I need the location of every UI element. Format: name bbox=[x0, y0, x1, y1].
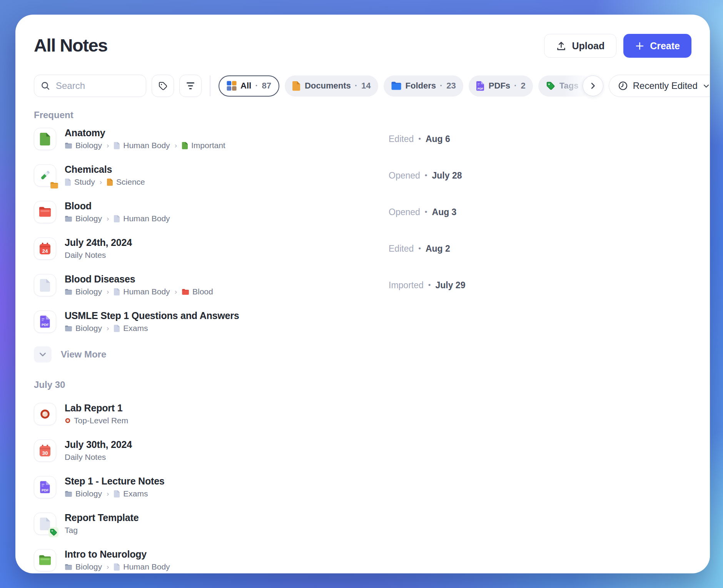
document-light-icon bbox=[114, 288, 120, 296]
filter-chip-documents[interactable]: Documents · 14 bbox=[285, 75, 378, 97]
upload-button-label: Upload bbox=[572, 40, 604, 52]
note-icon-tile bbox=[34, 513, 56, 535]
filter-chip-all[interactable]: All · 87 bbox=[219, 75, 279, 97]
list-item[interactable]: Intro to Neurology Biology › Human Body bbox=[34, 542, 691, 573]
test-tube-icon bbox=[38, 169, 52, 182]
svg-text:PDF: PDF bbox=[42, 323, 49, 327]
view-more-button[interactable]: View More bbox=[34, 340, 691, 369]
chevron-down-icon bbox=[34, 346, 52, 362]
chip-count: 2 bbox=[521, 81, 525, 91]
note-icon-tile bbox=[34, 274, 56, 296]
breadcrumb-item: Biology bbox=[65, 287, 102, 296]
note-text: July 30th, 2024 Daily Notes bbox=[65, 439, 132, 462]
breadcrumb-item: Biology bbox=[65, 214, 102, 223]
note-title: Chemicals bbox=[65, 164, 145, 175]
note-icon-tile bbox=[34, 164, 56, 187]
note-subtitle: Daily Notes bbox=[65, 251, 132, 260]
upload-icon bbox=[556, 41, 566, 51]
note-icon-tile: PDF bbox=[34, 476, 56, 498]
tag-filter-button[interactable] bbox=[152, 75, 174, 97]
breadcrumb-item: Exams bbox=[114, 489, 148, 498]
chip-count: 14 bbox=[361, 81, 371, 91]
chips-scroll-right-button[interactable] bbox=[583, 75, 603, 96]
document-light-icon bbox=[114, 325, 120, 332]
list-item[interactable]: 30 July 30th, 2024 Daily Notes bbox=[34, 432, 691, 469]
note-text: July 24th, 2024 Daily Notes bbox=[65, 237, 132, 260]
chip-label: All bbox=[240, 81, 251, 91]
create-button[interactable]: Create bbox=[623, 34, 691, 58]
breadcrumb-item: Human Body bbox=[114, 287, 170, 296]
breadcrumb-item: Science bbox=[107, 177, 145, 187]
list-item[interactable]: Chemicals Study › Science Opened • July … bbox=[34, 157, 691, 194]
calendar-icon: 30 bbox=[39, 444, 51, 457]
breadcrumb-separator: › bbox=[106, 214, 110, 223]
breadcrumb-separator: › bbox=[106, 287, 110, 296]
search-icon bbox=[40, 81, 50, 91]
document-light-icon bbox=[114, 490, 120, 498]
search-box[interactable] bbox=[34, 75, 146, 97]
upload-button[interactable]: Upload bbox=[544, 34, 616, 58]
note-title: Anatomy bbox=[65, 127, 225, 138]
note-icon-tile: PDF bbox=[34, 311, 56, 333]
chip-count-separator: · bbox=[440, 81, 442, 91]
svg-text:24: 24 bbox=[42, 248, 48, 254]
document-light-icon bbox=[114, 215, 120, 222]
breadcrumb-item: Study bbox=[65, 177, 95, 187]
toolbar: All · 87 Documents · 14 Folders · 23 PDF… bbox=[34, 74, 691, 97]
chevron-down-icon bbox=[703, 82, 710, 90]
note-title: Blood bbox=[65, 200, 170, 211]
breadcrumb: Biology › Exams bbox=[65, 489, 165, 498]
list-item[interactable]: Report Template Tag bbox=[34, 505, 691, 542]
breadcrumb-separator: › bbox=[174, 287, 178, 296]
breadcrumb: Biology › Human Body bbox=[65, 562, 170, 571]
note-subtitle: Daily Notes bbox=[65, 453, 132, 462]
filter-lines-icon bbox=[185, 81, 195, 91]
breadcrumb: Biology › Exams bbox=[65, 324, 239, 333]
list-item[interactable]: Anatomy Biology › Human Body › Important… bbox=[34, 120, 691, 157]
meta-separator: • bbox=[418, 244, 421, 253]
note-title: Intro to Neurology bbox=[65, 549, 170, 560]
list-item[interactable]: PDF USMLE Step 1 Questions and Answers B… bbox=[34, 303, 691, 340]
filter-button[interactable] bbox=[179, 75, 202, 97]
breadcrumb-item: Exams bbox=[114, 324, 148, 333]
folder-orange-icon bbox=[50, 182, 58, 189]
chip-label: Folders bbox=[406, 81, 436, 91]
document-icon bbox=[292, 81, 301, 91]
list-item[interactable]: 24 July 24th, 2024 Daily Notes Edited • … bbox=[34, 230, 691, 267]
section-heading-frequent: Frequent bbox=[34, 110, 691, 120]
chip-count-separator: · bbox=[255, 81, 258, 91]
note-title: Blood Diseases bbox=[65, 274, 213, 284]
note-icon-tile bbox=[34, 128, 56, 150]
tag-icon bbox=[546, 81, 556, 91]
note-text: Chemicals Study › Science bbox=[65, 164, 145, 187]
sort-dropdown[interactable]: Recently Edited bbox=[609, 75, 710, 97]
calendar-icon: 24 bbox=[39, 242, 51, 255]
document-orange-icon bbox=[107, 179, 113, 186]
create-button-label: Create bbox=[650, 40, 680, 52]
search-input[interactable] bbox=[55, 80, 140, 92]
pdf-icon: PDF bbox=[476, 81, 485, 91]
breadcrumb-item: Important bbox=[182, 141, 225, 150]
note-subtitle: Top-Level Rem bbox=[65, 416, 128, 425]
list-item[interactable]: Blood Diseases Biology › Human Body › Bl… bbox=[34, 267, 691, 303]
note-title: Lab Report 1 bbox=[65, 403, 128, 413]
chip-count: 87 bbox=[262, 81, 271, 91]
filter-chip-pdfs[interactable]: PDF PDFs · 2 bbox=[469, 75, 533, 97]
breadcrumb: Biology › Human Body › Blood bbox=[65, 287, 213, 296]
note-title: Report Template bbox=[65, 512, 139, 523]
view-more-label: View More bbox=[61, 349, 106, 360]
grid-icon bbox=[227, 81, 237, 91]
list-item[interactable]: PDF Step 1 - Lecture Notes Biology › Exa… bbox=[34, 469, 691, 505]
document-green-icon bbox=[182, 142, 188, 149]
list-item[interactable]: Lab Report 1 Top-Level Rem bbox=[34, 396, 691, 432]
july-30-list: Lab Report 1 Top-Level Rem 30 July 30th,… bbox=[34, 396, 691, 573]
header: All Notes Upload Create bbox=[34, 34, 691, 59]
note-icon-tile bbox=[34, 403, 56, 425]
filter-chip-folders[interactable]: Folders · 23 bbox=[384, 75, 463, 97]
note-text: Lab Report 1 Top-Level Rem bbox=[65, 403, 128, 425]
breadcrumb: Study › Science bbox=[65, 177, 145, 187]
breadcrumb-item: Biology bbox=[65, 489, 102, 498]
list-item[interactable]: Blood Biology › Human Body Opened • Aug … bbox=[34, 194, 691, 230]
chevron-right-icon bbox=[589, 82, 597, 90]
document-light-icon bbox=[114, 142, 120, 149]
